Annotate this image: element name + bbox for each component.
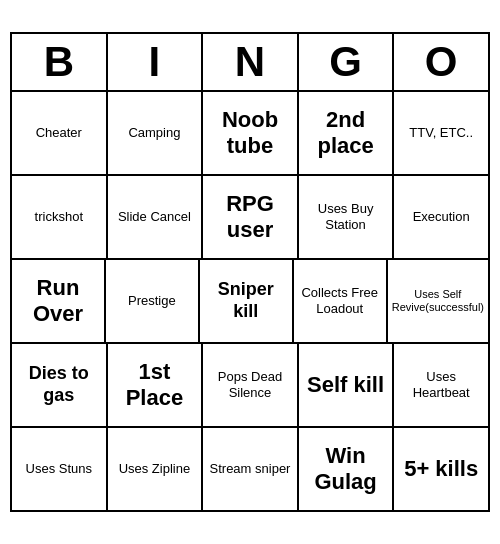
bingo-cell-3-3: Self kill [299,344,395,426]
bingo-cell-3-2: Pops Dead Silence [203,344,299,426]
bingo-header: BINGO [12,34,488,92]
bingo-cell-2-2: Sniper kill [200,260,294,342]
bingo-board: BINGO CheaterCampingNoob tube2nd placeTT… [10,32,490,512]
bingo-row-0: CheaterCampingNoob tube2nd placeTTV, ETC… [12,92,488,176]
bingo-cell-4-4: 5+ kills [394,428,488,510]
bingo-cell-3-1: 1st Place [108,344,204,426]
header-letter-B: B [12,34,108,90]
bingo-cell-1-0: trickshot [12,176,108,258]
bingo-row-3: Dies to gas1st PlacePops Dead SilenceSel… [12,344,488,428]
bingo-cell-3-4: Uses Heartbeat [394,344,488,426]
bingo-cell-2-0: Run Over [12,260,106,342]
bingo-cell-0-4: TTV, ETC.. [394,92,488,174]
bingo-cell-0-1: Camping [108,92,204,174]
bingo-cell-0-3: 2nd place [299,92,395,174]
bingo-cell-0-2: Noob tube [203,92,299,174]
bingo-cell-4-1: Uses Zipline [108,428,204,510]
bingo-cell-1-4: Execution [394,176,488,258]
bingo-grid: CheaterCampingNoob tube2nd placeTTV, ETC… [12,92,488,510]
bingo-cell-1-3: Uses Buy Station [299,176,395,258]
bingo-cell-2-4: Uses Self Revive(successful) [388,260,488,342]
bingo-cell-4-0: Uses Stuns [12,428,108,510]
header-letter-O: O [394,34,488,90]
bingo-cell-2-3: Collects Free Loadout [294,260,388,342]
bingo-cell-2-1: Prestige [106,260,200,342]
bingo-row-4: Uses StunsUses ZiplineStream sniperWin G… [12,428,488,510]
bingo-cell-3-0: Dies to gas [12,344,108,426]
bingo-row-1: trickshotSlide CancelRPG userUses Buy St… [12,176,488,260]
bingo-cell-1-1: Slide Cancel [108,176,204,258]
header-letter-I: I [108,34,204,90]
bingo-cell-0-0: Cheater [12,92,108,174]
header-letter-G: G [299,34,395,90]
header-letter-N: N [203,34,299,90]
bingo-cell-1-2: RPG user [203,176,299,258]
bingo-row-2: Run OverPrestigeSniper killCollects Free… [12,260,488,344]
bingo-cell-4-3: Win Gulag [299,428,395,510]
bingo-cell-4-2: Stream sniper [203,428,299,510]
